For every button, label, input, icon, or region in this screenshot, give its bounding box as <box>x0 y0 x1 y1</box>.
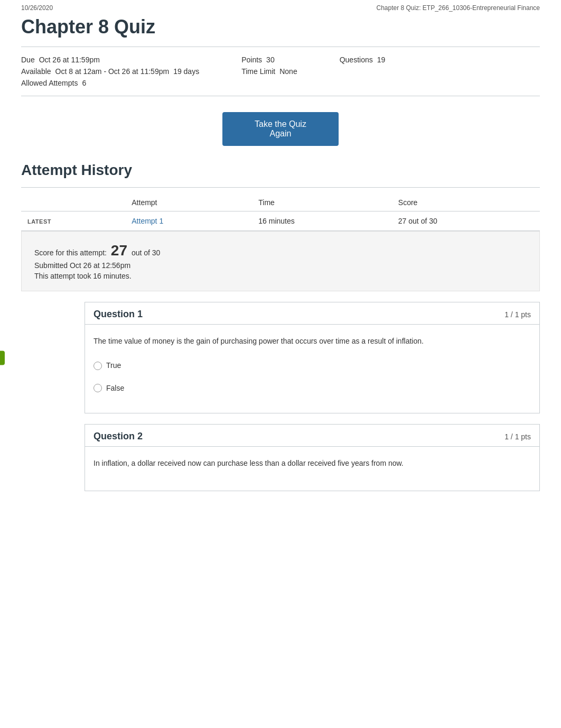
answer-true-label: True <box>106 360 121 371</box>
col-header-attempt: Attempt <box>125 194 252 211</box>
question-2-text: In inflation, a dollar received now can … <box>94 457 531 469</box>
col-header-time: Time <box>252 194 392 211</box>
questions-value: 19 <box>377 56 386 64</box>
col-header-score: Score <box>392 194 540 211</box>
question-2-title: Question 2 <box>94 431 143 442</box>
due-info: Due Oct 26 at 11:59pm <box>21 56 199 64</box>
due-value: Oct 26 at 11:59pm <box>39 56 100 64</box>
allowed-attempts-info: Allowed Attempts 6 <box>21 79 199 87</box>
question-1-wrapper: Correct! Question 1 1 / 1 pts The time v… <box>21 302 540 413</box>
attempt-history-title: Attempt History <box>21 162 540 179</box>
question-1-title: Question 1 <box>94 309 143 320</box>
answer-false: False <box>94 380 531 396</box>
question-2-block: Question 2 1 / 1 pts In inflation, a dol… <box>85 424 540 491</box>
question-2-pts: 1 / 1 pts <box>504 432 531 441</box>
radio-false <box>94 384 102 392</box>
points-info: Points 30 <box>241 56 297 64</box>
questions-info: Questions 19 <box>340 56 386 64</box>
answer-true: True <box>94 357 531 373</box>
radio-true <box>94 362 102 370</box>
info-divider <box>21 96 540 96</box>
allowed-attempts-label: Allowed Attempts <box>21 79 78 87</box>
attempt-table: Attempt Time Score LATEST Attempt 1 16 m… <box>21 194 540 231</box>
attempt-score: 27 out of 30 <box>392 211 540 231</box>
page-title: Chapter 8 Quiz <box>21 16 540 38</box>
answer-false-label: False <box>106 382 124 394</box>
quiz-info: Due Oct 26 at 11:59pm Available Oct 8 at… <box>21 56 540 87</box>
question-1-body: The time value of money is the gain of p… <box>85 325 539 413</box>
table-row: LATEST Attempt 1 16 minutes 27 out of 30 <box>21 211 540 231</box>
question-1-block: Question 1 1 / 1 pts The time value of m… <box>85 302 540 413</box>
question-2-body: In inflation, a dollar received now can … <box>85 447 539 490</box>
take-quiz-button[interactable]: Take the Quiz Again <box>222 112 339 146</box>
points-label: Points <box>241 56 262 64</box>
attempt-time: 16 minutes <box>252 211 392 231</box>
history-divider <box>21 187 540 188</box>
col-header-empty <box>21 194 125 211</box>
top-divider <box>21 47 540 47</box>
available-label: Available <box>21 67 51 76</box>
time-limit-info: Time Limit None <box>241 67 297 76</box>
score-out-of: out of 30 <box>132 248 161 257</box>
question-1-text: The time value of money is the gain of p… <box>94 335 531 347</box>
score-label: Score for this attempt: <box>34 248 107 257</box>
correct-badge-q1: Correct! <box>0 351 5 365</box>
attempt-1-link[interactable]: Attempt 1 <box>132 217 163 225</box>
attempt-link-cell[interactable]: Attempt 1 <box>125 211 252 231</box>
questions-label: Questions <box>340 56 373 64</box>
time-limit-label: Time Limit <box>241 67 275 76</box>
attempt-details: Score for this attempt: 27 out of 30 Sub… <box>21 231 540 291</box>
available-info: Available Oct 8 at 12am - Oct 26 at 11:5… <box>21 67 199 76</box>
question-2-header: Question 2 1 / 1 pts <box>85 425 539 447</box>
score-number: 27 <box>111 242 127 259</box>
date-label: 10/26/2020 <box>21 4 53 12</box>
allowed-attempts-value: 6 <box>82 79 86 87</box>
due-label: Due <box>21 56 35 64</box>
available-value: Oct 8 at 12am - Oct 26 at 11:59pm <box>55 67 170 76</box>
time-limit-value: None <box>279 67 297 76</box>
question-1-header: Question 1 1 / 1 pts <box>85 302 539 325</box>
submitted-line: Submitted Oct 26 at 12:56pm <box>34 261 527 270</box>
available-days: 19 days <box>173 67 199 76</box>
points-value: 30 <box>266 56 275 64</box>
took-line: This attempt took 16 minutes. <box>34 272 527 280</box>
latest-badge: LATEST <box>21 211 125 231</box>
question-1-pts: 1 / 1 pts <box>504 310 531 319</box>
breadcrumb: Chapter 8 Quiz: ETP_266_10306-Entreprene… <box>376 4 540 12</box>
question-1-correct-wrapper: Correct! Question 1 1 / 1 pts The time v… <box>21 302 540 413</box>
question-2-wrapper: Question 2 1 / 1 pts In inflation, a dol… <box>21 424 540 491</box>
score-line: Score for this attempt: 27 out of 30 <box>34 242 527 259</box>
